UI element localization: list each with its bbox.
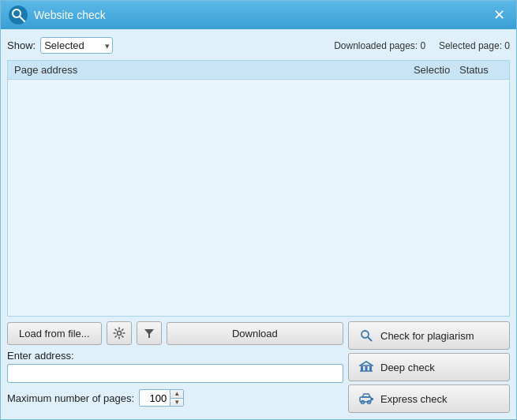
left-actions: Load from file... Downloa — [7, 321, 343, 413]
app-logo — [9, 6, 28, 24]
express-check-label: Express check — [380, 393, 448, 405]
window-title: Website check — [34, 9, 106, 21]
show-select[interactable]: Selected All Checked Unchecked — [40, 37, 113, 54]
deep-check-label: Deep check — [380, 362, 435, 373]
max-pages-label: Maximum number of pages: — [7, 392, 134, 404]
top-buttons-row: Load from file... Downloa — [7, 321, 343, 345]
address-input[interactable] — [7, 364, 343, 383]
table-body — [8, 80, 509, 316]
settings-button[interactable] — [107, 321, 132, 345]
svg-marker-7 — [360, 362, 373, 366]
table-header: Page address Selectio Status — [8, 61, 509, 80]
filter-icon — [144, 328, 155, 339]
svg-rect-9 — [365, 366, 368, 371]
express-check-button[interactable]: Express check — [348, 384, 510, 413]
check-plagiarism-button[interactable]: Check for plagiarism — [348, 321, 510, 350]
show-select-wrapper[interactable]: Selected All Checked Unchecked — [40, 37, 113, 54]
svg-line-6 — [368, 337, 372, 341]
right-actions: Check for plagiarism Deep — [348, 321, 510, 413]
search-icon — [358, 328, 374, 343]
svg-marker-4 — [144, 329, 154, 338]
window: Website check ✕ Show: Selected All Check… — [0, 0, 517, 420]
svg-marker-13 — [362, 394, 370, 397]
svg-rect-10 — [369, 366, 372, 371]
gear-icon — [113, 327, 126, 339]
col-status-header: Status — [459, 64, 503, 76]
max-pages-row: Maximum number of pages: 100 ▲ ▼ — [7, 389, 343, 407]
downloaded-pages-value: 0 — [421, 40, 426, 51]
main-actions-row: Load from file... Downloa — [7, 321, 510, 413]
bank-icon — [358, 359, 374, 375]
check-plagiarism-label: Check for plagiarism — [380, 330, 474, 342]
max-pages-input[interactable]: 100 — [140, 391, 170, 406]
deep-check-button[interactable]: Deep check — [348, 353, 510, 381]
stats-text: Downloaded pages: 0 Selected page: 0 — [334, 40, 510, 51]
max-pages-spinner[interactable]: 100 ▲ ▼ — [139, 389, 184, 407]
show-row: Show: Selected All Checked Unchecked Dow… — [7, 36, 510, 55]
enter-address-label: Enter address: — [7, 350, 343, 362]
close-button[interactable]: ✕ — [490, 6, 508, 24]
spinner-up-button[interactable]: ▲ — [170, 390, 183, 399]
bottom-area: Load from file... Downloa — [7, 321, 510, 413]
car-icon — [358, 391, 374, 407]
svg-point-3 — [117, 332, 121, 336]
show-left: Show: Selected All Checked Unchecked — [7, 37, 113, 54]
col-selection-header: Selectio — [404, 64, 459, 76]
address-input-area: Enter address: — [7, 350, 343, 383]
download-button[interactable]: Download — [167, 322, 343, 345]
selected-page-value: 0 — [504, 40, 510, 51]
title-bar: Website check ✕ — [1, 1, 516, 29]
svg-rect-16 — [371, 398, 373, 400]
spinner-buttons: ▲ ▼ — [170, 390, 183, 406]
selected-page-label: Selected page: — [439, 40, 502, 51]
col-address-header: Page address — [14, 64, 404, 76]
title-bar-left: Website check — [9, 6, 106, 24]
content-area: Show: Selected All Checked Unchecked Dow… — [1, 29, 516, 419]
table-area: Page address Selectio Status — [7, 60, 510, 317]
filter-button[interactable] — [137, 321, 162, 345]
spinner-down-button[interactable]: ▼ — [170, 399, 183, 407]
load-from-button[interactable]: Load from file... — [7, 322, 102, 345]
svg-rect-8 — [361, 366, 363, 371]
downloaded-pages-label: Downloaded pages: — [334, 40, 418, 51]
show-label: Show: — [7, 39, 36, 51]
